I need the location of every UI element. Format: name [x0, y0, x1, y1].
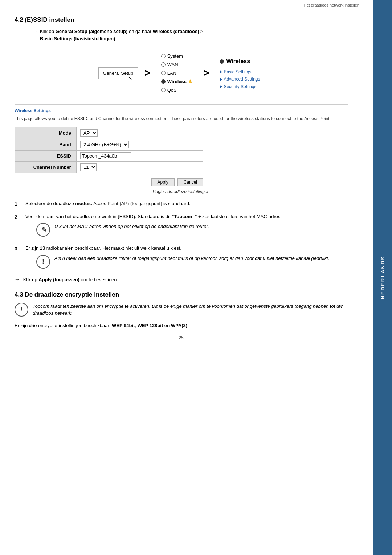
mode-value: AP	[77, 127, 203, 139]
header-title: Het draadloos netwerk instellen	[304, 3, 359, 7]
sidebar: NEDERLANDS	[373, 0, 392, 555]
form-row-essid: ESSID:	[15, 150, 203, 161]
channel-value: 11	[77, 161, 203, 173]
wireless-panel: Wireless Basic Settings Advanced Setting…	[216, 53, 264, 93]
note-box-1: ✎ U kunt het MAC-adres vinden op het eti…	[36, 223, 282, 237]
nav-arrow-2: >	[203, 67, 209, 79]
nav-arrow-1: >	[144, 67, 150, 79]
section-43: 4.3 De draadloze encryptie instellen ! T…	[15, 291, 348, 328]
triangle-advanced	[220, 78, 222, 81]
cursor-icon: ↖	[128, 75, 132, 81]
radio-qos	[161, 88, 166, 92]
triangle-security	[220, 85, 222, 89]
general-setup-label: General Setup ↖	[98, 67, 138, 79]
caption: – Pagina draadloze instellingen –	[15, 189, 348, 194]
note-43-text: Topcom raadt ten zeerste aan om encrypti…	[33, 303, 348, 317]
menu-item-wan: WAN	[161, 60, 193, 69]
arrow-instruction: → Klik op General Setup (algemene setup)…	[15, 28, 348, 42]
step-2-content: Voer de naam van het draadloze netwerk i…	[25, 213, 282, 240]
step-3-num: 3	[15, 245, 25, 253]
section-43-heading: 4.3 De draadloze encryptie instellen	[15, 291, 348, 298]
instruction-text: Klik op General Setup (algemene setup) e…	[40, 28, 203, 42]
basic-settings-link[interactable]: Basic Settings	[220, 68, 260, 76]
section-43-last-line: Er zijn drie encryptie-instellingen besc…	[15, 323, 348, 328]
radio-lan	[161, 71, 166, 75]
step-3-content: Er zijn 13 radiokanalen beschikbaar. Het…	[25, 245, 329, 272]
triangle-basic	[220, 70, 222, 74]
radio-wireless	[161, 79, 166, 84]
nav-menu: System WAN LAN Wireless ✋ QoS	[157, 49, 197, 97]
general-setup-box: General Setup ↖	[98, 67, 138, 79]
essid-input[interactable]	[80, 152, 131, 159]
note-icon-43: !	[15, 303, 28, 317]
form-row-mode: Mode: AP	[15, 127, 203, 139]
essid-value	[77, 150, 203, 161]
mode-label: Mode:	[15, 127, 77, 139]
settings-title: Wireless Settings	[15, 108, 348, 113]
apply-instruction: → Klik op Apply (toepassen) om te bevest…	[15, 277, 348, 282]
numbered-list: 1 Selecteer de draadloze modus: Acces Po…	[15, 200, 348, 272]
arrow-sym: →	[33, 28, 38, 36]
channel-label: Channel Number:	[15, 161, 77, 173]
cancel-button[interactable]: Cancel	[177, 178, 203, 186]
main-content: 4.2 (E)SSID instellen → Klik op General …	[0, 9, 373, 351]
step-1-text: Selecteer de draadloze modus: Acces Poin…	[25, 200, 191, 207]
wireless-menu-label: Wireless	[167, 77, 187, 86]
note-box-43: ! Topcom raadt ten zeerste aan om encryp…	[15, 303, 348, 317]
btn-row: Apply Cancel	[15, 178, 203, 186]
wireless-panel-title: Wireless	[220, 56, 260, 67]
step-2: 2 Voer de naam van het draadloze netwerk…	[15, 213, 348, 240]
step-1: 1 Selecteer de draadloze modus: Acces Po…	[15, 200, 348, 208]
note-1-text: U kunt het MAC-adres vinden op het etike…	[54, 223, 209, 230]
note-2-text: Als u meer dan één draadloze router of t…	[54, 255, 329, 262]
band-select[interactable]: 2.4 GHz (B+G+N)	[80, 141, 129, 148]
section-42-heading: 4.2 (E)SSID instellen	[15, 16, 348, 24]
radio-wireless-panel	[220, 59, 224, 64]
band-value: 2.4 GHz (B+G+N)	[77, 139, 203, 150]
settings-desc: This page allows you to define ESSID, an…	[15, 115, 348, 122]
mode-select[interactable]: AP	[80, 129, 98, 137]
form-table: Mode: AP Band: 2.4 GHz (B+G+N) ESSID: Ch…	[15, 127, 203, 173]
channel-select[interactable]: 11	[80, 163, 97, 171]
step-2-num: 2	[15, 213, 25, 221]
essid-label: ESSID:	[15, 150, 77, 161]
advanced-settings-link[interactable]: Advanced Settings	[220, 76, 260, 83]
menu-item-wireless: Wireless ✋	[161, 77, 193, 86]
radio-wan	[161, 62, 166, 67]
band-label: Band:	[15, 139, 77, 150]
menu-item-qos: QoS	[161, 86, 193, 94]
form-row-channel: Channel Number: 11	[15, 161, 203, 173]
note-box-2: ! Als u meer dan één draadloze router of…	[36, 255, 329, 269]
step-3-text: Er zijn 13 radiokanalen beschikbaar. Het…	[25, 245, 181, 251]
form-row-band: Band: 2.4 GHz (B+G+N)	[15, 139, 203, 150]
menu-item-system: System	[161, 52, 193, 60]
menu-item-lan: LAN	[161, 69, 193, 77]
divider-1	[15, 104, 348, 105]
hand-cursor: ✋	[188, 78, 193, 85]
step-1-num: 1	[15, 200, 25, 208]
page-header: Het draadloos netwerk instellen	[0, 0, 392, 9]
page-number: 25	[15, 335, 348, 340]
security-settings-link[interactable]: Security Settings	[220, 83, 260, 90]
sidebar-label: NEDERLANDS	[380, 256, 385, 299]
note-icon-1: ✎	[36, 223, 50, 237]
apply-arrow: →	[15, 277, 20, 282]
step-3: 3 Er zijn 13 radiokanalen beschikbaar. H…	[15, 245, 348, 272]
apply-button[interactable]: Apply	[151, 178, 175, 186]
radio-system	[161, 54, 166, 58]
note-icon-2: !	[36, 255, 50, 269]
nav-diagram: General Setup ↖ > System WAN LAN Wireles…	[15, 49, 348, 97]
